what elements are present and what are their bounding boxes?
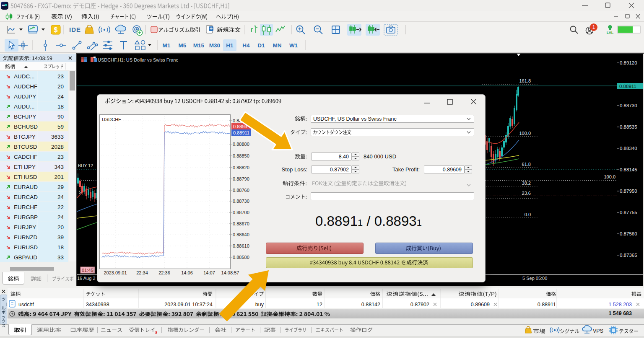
svg-text:100.0: 100.0 [519, 131, 531, 136]
svg-text:100.0: 100.0 [604, 174, 615, 179]
svg-text:0.88880: 0.88880 [233, 142, 249, 147]
svg-text:0.88580: 0.88580 [233, 255, 249, 260]
svg-text:0.88700: 0.88700 [233, 210, 249, 215]
svg-text:16 Aug 2: 16 Aug 2 [77, 276, 95, 281]
svg-text:1 528 203: 1 528 203 [608, 302, 632, 308]
svg-text:38.2: 38.2 [522, 181, 531, 186]
svg-text:14:08:57: 14:08:57 [221, 270, 239, 275]
svg-text:0.88145: 0.88145 [620, 167, 637, 172]
svg-text:buy: buy [255, 302, 264, 308]
svg-text:0.89120: 0.89120 [620, 60, 637, 65]
svg-text:23.6: 23.6 [522, 191, 531, 196]
svg-text:0.88850: 0.88850 [233, 153, 249, 158]
svg-text:22:34: 22:34 [136, 270, 148, 275]
svg-text:0.88911: 0.88911 [538, 302, 556, 308]
svg-text:0.0: 0.0 [525, 212, 531, 217]
svg-text:5 Sep 05:00: 5 Sep 05:00 [522, 276, 547, 281]
svg-text:14:06: 14:06 [181, 270, 193, 275]
svg-text:USDCHF,H1: US Dollar vs Swiss: USDCHF,H1: US Dollar vs Swiss Franc [98, 57, 178, 62]
svg-text:0.87902: 0.87902 [410, 302, 429, 308]
svg-text:0.88142: 0.88142 [361, 302, 380, 308]
svg-text:0.8893: 0.8893 [233, 124, 247, 129]
svg-text:2023.09.01 10:37:24: 2023.09.01 10:37:24 [164, 302, 213, 308]
svg-text:0.88340: 0.88340 [620, 146, 637, 151]
svg-text:0.88730: 0.88730 [233, 199, 249, 204]
svg-text:0.89609: 0.89609 [471, 302, 490, 308]
svg-text:BUY 12: BUY 12 [78, 163, 93, 168]
svg-text:0.88640: 0.88640 [233, 232, 249, 237]
svg-text:0.88610: 0.88610 [233, 243, 249, 248]
svg-text:61.8: 61.8 [522, 162, 531, 167]
svg-text:0.88911: 0.88911 [233, 130, 249, 135]
svg-text:0.88911: 0.88911 [619, 84, 636, 89]
svg-text:22:36: 22:36 [158, 270, 170, 275]
svg-text:0.87560: 0.87560 [620, 231, 637, 236]
svg-text:161.8: 161.8 [519, 78, 531, 83]
svg-text:USDCHF: USDCHF [102, 117, 121, 122]
svg-text:0.8894: 0.8894 [233, 118, 247, 123]
svg-text:0.87755: 0.87755 [620, 210, 637, 215]
svg-text:0.87365: 0.87365 [620, 253, 637, 258]
svg-text:0.88820: 0.88820 [233, 165, 249, 170]
svg-text:14:07: 14:07 [203, 270, 215, 275]
svg-text:0.88670: 0.88670 [233, 221, 249, 226]
svg-text:usdchf: usdchf [18, 302, 34, 308]
svg-text:0.87950: 0.87950 [620, 189, 637, 194]
svg-text:0.88535: 0.88535 [620, 124, 637, 129]
svg-text:0.88730: 0.88730 [620, 103, 637, 108]
svg-text:0.88760: 0.88760 [233, 188, 249, 193]
svg-text:34340938: 34340938 [86, 302, 109, 308]
svg-text:12: 12 [317, 302, 322, 308]
svg-text:2023.09.01: 2023.09.01 [104, 270, 127, 275]
svg-text:0.88790: 0.88790 [233, 176, 249, 181]
svg-text:01:45: 01:45 [82, 268, 93, 273]
